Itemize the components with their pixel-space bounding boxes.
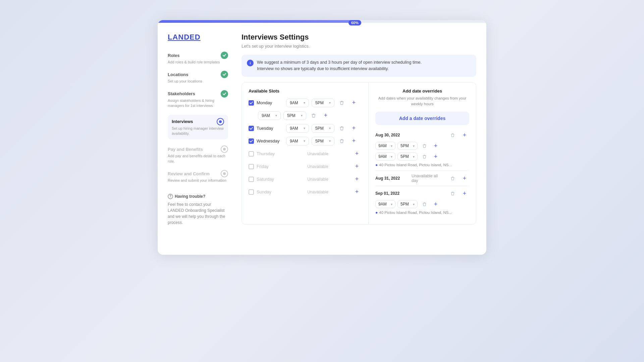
override-sep01-delete-button[interactable] <box>448 189 457 198</box>
sidebar-item-roles[interactable]: Roles Add roles & build role templates <box>168 52 228 65</box>
app-logo: LANDED <box>168 33 228 42</box>
tuesday-add-slot-button[interactable]: + <box>349 124 359 133</box>
override-aug30-slot1: 9AM▾ 5PM▾ + <box>375 141 469 150</box>
sunday-checkbox[interactable] <box>249 189 254 195</box>
override-aug30-slot2: 9AM▾ 5PM▾ + <box>375 152 469 161</box>
date-overrides-panel: Add date overrides Add dates when your a… <box>369 82 476 225</box>
override-aug30-label: Aug 30, 2022 <box>375 133 445 137</box>
override-aug31-add-button[interactable]: + <box>460 174 469 183</box>
overrides-title: Add date overrides <box>375 88 469 94</box>
wednesday-slot1-to[interactable]: 5PM▾ <box>312 137 334 145</box>
friday-row: Friday Unavailable + <box>249 162 362 171</box>
saturday-checkbox[interactable] <box>249 177 254 182</box>
monday-add-slot-button[interactable]: + <box>349 98 359 108</box>
override-aug30-slot1-delete[interactable] <box>420 141 429 150</box>
sidebar-item-pay-sub: Add pay and benefits detail to each role… <box>168 154 228 164</box>
monday-slot2-add-button[interactable]: + <box>321 111 330 120</box>
override-sep01-add-button[interactable]: + <box>460 189 469 198</box>
override-sep01-slot1: 9AM▾ 5PM▾ + <box>375 199 469 209</box>
override-aug30-delete-button[interactable] <box>448 130 457 140</box>
overrides-subtitle: Add dates when your availability changes… <box>375 96 469 107</box>
wednesday-slot1-delete-button[interactable] <box>337 136 346 146</box>
thursday-row: Thursday Unavailable + <box>249 149 362 159</box>
monday-slot2-to[interactable]: 5PM▾ <box>283 111 306 120</box>
location-pin-icon: ● <box>375 163 378 167</box>
locations-check-icon <box>221 71 228 78</box>
tuesday-row: Tuesday 9AM▾ 5PM▾ + <box>249 124 362 133</box>
sidebar-item-roles-label: Roles <box>168 53 179 58</box>
help-description: Feel free to contact your LANDED Onboard… <box>168 201 228 226</box>
sidebar: LANDED Roles Add roles & build role temp… <box>158 23 235 255</box>
tuesday-slot1-to[interactable]: 5PM▾ <box>312 124 334 133</box>
monday-slot1-to[interactable]: 5PM▾ <box>312 99 334 107</box>
divider-1 <box>375 171 469 171</box>
sidebar-item-pay-benefits[interactable]: Pay and Benefits Add pay and benefits de… <box>168 145 228 164</box>
info-banner: i We suggest a minimum of 3 days and 3 h… <box>241 55 476 77</box>
monday-slot2-from[interactable]: 9AM▾ <box>258 111 281 120</box>
wednesday-add-slot-button[interactable]: + <box>349 136 359 146</box>
monday-slot1-delete-button[interactable] <box>337 98 346 108</box>
override-aug31-delete-button[interactable] <box>448 174 457 183</box>
monday-row: Monday 9AM▾ 5PM▾ + <box>249 98 362 108</box>
override-aug30-slot2-to[interactable]: 5PM▾ <box>397 153 418 161</box>
override-sep01-slot1-to[interactable]: 5PM▾ <box>397 200 418 208</box>
thursday-checkbox[interactable] <box>249 151 254 157</box>
sidebar-item-pay-label: Pay and Benefits <box>168 147 203 152</box>
override-aug30-add-button[interactable]: + <box>460 130 469 140</box>
tuesday-checkbox[interactable] <box>249 126 254 131</box>
override-aug31-label: Aug 31, 2022 <box>375 176 409 181</box>
add-override-button[interactable]: Add a date overrides <box>375 112 469 125</box>
sidebar-item-roles-sub: Add roles & build role templates <box>168 60 228 65</box>
sunday-add-slot-button[interactable]: + <box>352 187 362 197</box>
wednesday-label: Wednesday <box>257 138 283 143</box>
sidebar-item-review[interactable]: Review and Confirm Review and submit you… <box>168 170 228 183</box>
sidebar-item-interviews[interactable]: Interviews Set up hiring manager intervi… <box>168 115 228 140</box>
page-subtitle: Let's set up your interview logistics. <box>241 44 476 49</box>
override-aug30-location: ● 40 Pictou Island Road, Pictou Island, … <box>375 163 469 167</box>
main-content: Interviews Settings Let's set up your in… <box>235 23 486 255</box>
slots-section-title: Available Slots <box>249 88 362 94</box>
override-sep01-location-text: 40 Pictou Island Road, Pictou Island, NS… <box>379 210 452 215</box>
location-pin-icon-2: ● <box>375 210 378 215</box>
friday-unavail: Unavailable <box>286 164 350 169</box>
body-layout: LANDED Roles Add roles & build role temp… <box>158 23 486 255</box>
monday-checkbox[interactable] <box>249 100 254 106</box>
progress-bar-wrap: 60% <box>158 20 486 23</box>
wednesday-row: Wednesday 9AM▾ 5PM▾ + <box>249 136 362 146</box>
saturday-add-slot-button[interactable]: + <box>352 175 362 184</box>
main-container: 60% LANDED Roles Add roles & build role … <box>158 20 486 255</box>
sidebar-item-review-sub: Review and submit your information <box>168 178 228 183</box>
sidebar-item-locations[interactable]: Locations Set up your locations <box>168 71 228 84</box>
interviews-active-icon <box>217 118 224 125</box>
sidebar-item-stakeholders[interactable]: Stakeholders Assign stakeholders & hirin… <box>168 90 228 109</box>
monday-slot1-from[interactable]: 9AM▾ <box>286 99 309 107</box>
override-aug31-unavail: Unavailable all day <box>412 174 445 183</box>
pay-inactive-icon <box>221 145 228 153</box>
override-aug30-slot1-add[interactable]: + <box>431 141 440 150</box>
override-aug30-slot2-from[interactable]: 9AM▾ <box>375 153 395 161</box>
monday-slot2-delete-button[interactable] <box>309 111 318 120</box>
wednesday-slot1-from[interactable]: 9AM▾ <box>286 137 309 145</box>
override-aug30-slot1-from[interactable]: 9AM▾ <box>375 142 395 150</box>
info-banner-text: We suggest a minimum of 3 days and 3 hou… <box>257 59 422 72</box>
thursday-unavail: Unavailable <box>286 152 350 156</box>
sunday-unavail: Unavailable <box>286 190 350 194</box>
friday-add-slot-button[interactable]: + <box>352 162 362 171</box>
override-sep01-slot1-from[interactable]: 9AM▾ <box>375 200 395 208</box>
progress-bar-fill <box>158 20 355 23</box>
override-aug30-slot1-to[interactable]: 5PM▾ <box>397 142 418 150</box>
tuesday-slot1-from[interactable]: 9AM▾ <box>286 124 309 133</box>
sidebar-item-stakeholders-label: Stakeholders <box>168 91 195 96</box>
tuesday-slot1-delete-button[interactable] <box>337 124 346 133</box>
progress-label: 60% <box>348 20 361 25</box>
override-aug30-slot2-add[interactable]: + <box>431 152 440 161</box>
thursday-add-slot-button[interactable]: + <box>352 149 362 159</box>
override-sep01-location: ● 40 Pictou Island Road, Pictou Island, … <box>375 210 469 215</box>
override-sep01-slot1-add[interactable]: + <box>431 199 440 209</box>
override-sep01-slot1-delete[interactable] <box>420 199 429 209</box>
friday-checkbox[interactable] <box>249 164 254 169</box>
monday-row2: 9AM▾ 5PM▾ + <box>249 111 362 120</box>
sidebar-item-review-label: Review and Confirm <box>168 171 210 176</box>
override-aug30-slot2-delete[interactable] <box>420 152 429 161</box>
wednesday-checkbox[interactable] <box>249 138 254 144</box>
